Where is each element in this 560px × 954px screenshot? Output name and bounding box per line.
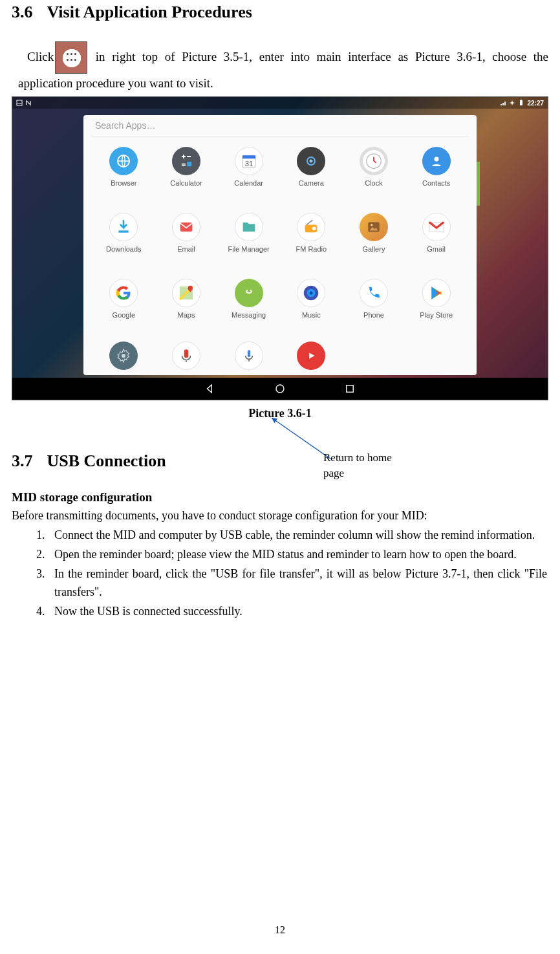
gmail-icon bbox=[422, 213, 451, 241]
youtube-icon bbox=[297, 341, 325, 370]
calculator-icon bbox=[172, 147, 200, 175]
n-icon bbox=[25, 100, 32, 106]
app-drawer: Search Apps… Browser Calculator 31Calend… bbox=[83, 115, 477, 375]
numbered-list: 1.Connect the MID and computer by USB ca… bbox=[12, 526, 548, 620]
list-item: 4.Now the USB is connected successfully. bbox=[54, 603, 548, 621]
app-fm-radio[interactable]: FM Radio bbox=[280, 209, 343, 275]
page-number: 12 bbox=[0, 924, 560, 936]
svg-rect-29 bbox=[347, 385, 354, 393]
svg-point-15 bbox=[312, 227, 316, 231]
svg-point-25 bbox=[122, 354, 125, 358]
status-bar: 22:27 bbox=[12, 97, 548, 109]
svg-rect-1 bbox=[520, 100, 522, 105]
fm-radio-icon bbox=[297, 213, 325, 241]
app-phone[interactable]: Phone bbox=[343, 275, 405, 341]
section-number: 3.7 bbox=[12, 451, 33, 471]
app-maps[interactable]: Maps bbox=[155, 275, 218, 341]
app-settings[interactable] bbox=[92, 340, 155, 370]
play-store-icon bbox=[422, 279, 451, 307]
voice-icon bbox=[235, 341, 263, 370]
app-gmail[interactable]: Gmail bbox=[405, 209, 468, 275]
svg-point-21 bbox=[250, 290, 251, 291]
svg-point-9 bbox=[310, 160, 313, 163]
calendar-icon: 31 bbox=[235, 147, 263, 175]
home-annotation: Return to home page bbox=[323, 450, 407, 481]
app-file-manager[interactable]: File Manager bbox=[217, 209, 280, 275]
svg-rect-27 bbox=[247, 351, 250, 358]
svg-text:31: 31 bbox=[244, 160, 253, 168]
section-number: 3.6 bbox=[12, 3, 33, 22]
app-play-store[interactable]: Play Store bbox=[405, 275, 468, 341]
app-gallery[interactable]: Gallery bbox=[343, 209, 405, 275]
maps-icon bbox=[172, 279, 200, 307]
app-music[interactable]: Music bbox=[280, 275, 343, 341]
music-icon bbox=[297, 279, 325, 307]
app-google[interactable]: Google bbox=[92, 275, 155, 341]
section-3-6-intro: Click in right top of Picture 3.5-1, ent… bbox=[18, 41, 548, 92]
svg-point-20 bbox=[246, 290, 247, 291]
android-app-drawer-screenshot: 22:27 Search Apps… Browser Calculator 31… bbox=[12, 96, 548, 400]
status-time: 22:27 bbox=[527, 100, 544, 107]
camera-icon bbox=[297, 147, 325, 175]
search-apps-input[interactable]: Search Apps… bbox=[95, 120, 155, 131]
app-sound-recorder[interactable] bbox=[155, 340, 218, 370]
list-item: 2.Open the reminder board; please view t… bbox=[54, 546, 548, 564]
downloads-icon bbox=[109, 213, 138, 241]
svg-rect-4 bbox=[187, 162, 191, 167]
figure-caption: Picture 3.6-1 bbox=[12, 407, 548, 420]
list-item: 1.Connect the MID and computer by USB ca… bbox=[54, 526, 548, 545]
svg-point-28 bbox=[276, 385, 284, 393]
app-browser[interactable]: Browser bbox=[92, 143, 155, 209]
app-camera[interactable]: Camera bbox=[280, 143, 343, 209]
list-item: 3.In the reminder board, click the "USB … bbox=[54, 565, 548, 602]
nav-back-icon[interactable] bbox=[204, 383, 216, 395]
settings-icon bbox=[109, 341, 138, 370]
app-calendar[interactable]: 31Calendar bbox=[217, 143, 280, 209]
svg-point-11 bbox=[434, 157, 438, 162]
lead-paragraph: Before transmitting documents, you have … bbox=[12, 507, 548, 525]
section-title: USB Connection bbox=[47, 451, 166, 470]
app-voice-search[interactable] bbox=[217, 340, 280, 370]
apps-grid: Browser Calculator 31Calendar Camera Clo… bbox=[83, 139, 477, 340]
section-title: Visit Application Procedures bbox=[47, 3, 252, 21]
battery-icon bbox=[518, 100, 524, 106]
google-icon bbox=[109, 279, 138, 307]
app-drawer-icon bbox=[55, 41, 87, 74]
image-icon bbox=[16, 100, 23, 106]
browser-icon bbox=[109, 147, 138, 175]
subheading-mid-storage: MID storage configuration bbox=[12, 490, 548, 504]
clock-icon bbox=[360, 147, 388, 175]
svg-rect-6 bbox=[242, 156, 255, 159]
email-icon bbox=[172, 213, 200, 241]
recorder-icon bbox=[172, 341, 200, 370]
app-calculator[interactable]: Calculator bbox=[155, 143, 218, 209]
section-3-7-heading: 3.7USB Connection bbox=[12, 451, 548, 471]
svg-point-24 bbox=[310, 291, 313, 294]
file-manager-icon bbox=[235, 213, 263, 241]
nav-recent-icon[interactable] bbox=[344, 383, 356, 395]
apps-row-4 bbox=[83, 340, 477, 375]
navigation-bar bbox=[12, 378, 548, 400]
app-clock[interactable]: Clock bbox=[343, 143, 405, 209]
contacts-icon bbox=[422, 147, 451, 175]
gallery-icon bbox=[360, 213, 388, 241]
svg-rect-13 bbox=[180, 222, 193, 232]
app-youtube[interactable] bbox=[280, 340, 343, 370]
svg-rect-2 bbox=[521, 100, 522, 100]
app-messaging[interactable]: Messaging bbox=[217, 275, 280, 341]
messaging-icon bbox=[235, 279, 263, 307]
section-3-6-heading: 3.6Visit Application Procedures bbox=[12, 3, 548, 22]
app-contacts[interactable]: Contacts bbox=[405, 143, 468, 209]
airplane-icon bbox=[509, 100, 515, 106]
app-downloads[interactable]: Downloads bbox=[92, 209, 155, 275]
app-email[interactable]: Email bbox=[155, 209, 218, 275]
nav-home-icon[interactable] bbox=[274, 383, 286, 395]
signal-icon bbox=[500, 100, 506, 106]
svg-rect-26 bbox=[184, 350, 189, 358]
svg-point-17 bbox=[371, 224, 372, 226]
phone-icon bbox=[360, 279, 388, 307]
svg-rect-12 bbox=[119, 231, 129, 233]
